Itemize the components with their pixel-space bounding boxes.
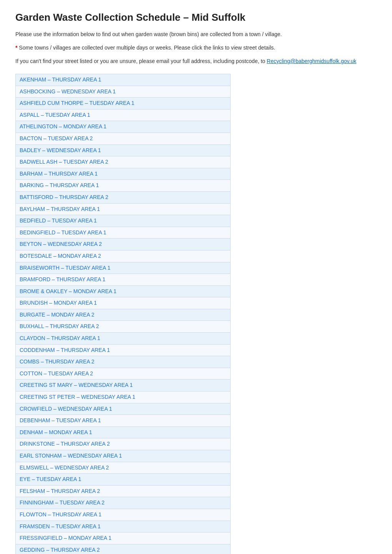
collection-entry[interactable]: DRINKSTONE – THURSDAY AREA 2 (16, 438, 231, 450)
collection-entry[interactable]: GEDDING – THURSDAY AREA 2 (16, 544, 231, 554)
table-row: CREETING ST PETER – WEDNESDAY AREA 1 (16, 391, 231, 403)
collection-entry[interactable]: BEYTON – WEDNESDAY AREA 2 (16, 239, 231, 250)
collection-entry[interactable]: BOTESDALE – MONDAY AREA 2 (16, 250, 231, 262)
collection-entry[interactable]: COTTON – TUESDAY AREA 2 (16, 368, 231, 380)
table-row: EARL STONHAM – WEDNESDAY AREA 1 (16, 450, 231, 462)
collection-entry[interactable]: BRAMFORD – THURSDAY AREA 1 (16, 274, 231, 286)
table-row: BOTESDALE – MONDAY AREA 2 (16, 250, 231, 262)
collection-entry[interactable]: BATTISFORD – THURSDAY AREA 2 (16, 191, 231, 203)
email-link[interactable]: Recycling@baberghmidsuffolk.gov.uk (267, 58, 356, 64)
collection-table: AKENHAM – THURSDAY AREA 1ASHBOCKING – WE… (15, 74, 231, 554)
table-row: CREETING ST MARY – WEDNESDAY AREA 1 (16, 380, 231, 391)
collection-entry[interactable]: FRESSINGFIELD – MONDAY AREA 1 (16, 532, 231, 544)
table-row: GEDDING – THURSDAY AREA 2 (16, 544, 231, 554)
table-row: BAYLHAM – THURSDAY AREA 1 (16, 203, 231, 215)
table-row: FELSHAM – THURSDAY AREA 2 (16, 485, 231, 497)
table-row: BRUNDISH – MONDAY AREA 1 (16, 297, 231, 309)
collection-entry[interactable]: AKENHAM – THURSDAY AREA 1 (16, 74, 231, 86)
collection-entry[interactable]: ATHELINGTON – MONDAY AREA 1 (16, 121, 231, 133)
collection-entry[interactable]: ASHFIELD CUM THORPE – TUESDAY AREA 1 (16, 98, 231, 109)
table-row: COTTON – TUESDAY AREA 2 (16, 368, 231, 380)
email-note-prefix: If you can't find your street listed or … (15, 58, 267, 64)
table-row: DEBENHAM – TUESDAY AREA 1 (16, 415, 231, 427)
table-row: ATHELINGTON – MONDAY AREA 1 (16, 121, 231, 133)
collection-entry[interactable]: CLAYDON – THURSDAY AREA 1 (16, 333, 231, 345)
table-row: AKENHAM – THURSDAY AREA 1 (16, 74, 231, 86)
table-row: DENHAM – MONDAY AREA 1 (16, 426, 231, 438)
table-row: BATTISFORD – THURSDAY AREA 2 (16, 191, 231, 203)
table-row: BEDFIELD – TUESDAY AREA 1 (16, 215, 231, 227)
table-row: FRAMSDEN – TUESDAY AREA 1 (16, 521, 231, 532)
table-row: BARHAM – THURSDAY AREA 1 (16, 168, 231, 180)
collection-entry[interactable]: ASPALL – TUESDAY AREA 1 (16, 109, 231, 121)
collection-entry[interactable]: CROWFIELD – WEDNESDAY AREA 1 (16, 403, 231, 415)
collection-entry[interactable]: BRUNDISH – MONDAY AREA 1 (16, 297, 231, 309)
table-row: BEYTON – WEDNESDAY AREA 2 (16, 239, 231, 250)
table-row: CROWFIELD – WEDNESDAY AREA 1 (16, 403, 231, 415)
collection-entry[interactable]: FINNINGHAM – TUESDAY AREA 2 (16, 497, 231, 509)
collection-entry[interactable]: BADWELL ASH – TUESDAY AREA 2 (16, 156, 231, 168)
collection-entry[interactable]: BUXHALL – THURSDAY AREA 2 (16, 321, 231, 333)
table-row: BADWELL ASH – TUESDAY AREA 2 (16, 156, 231, 168)
collection-entry[interactable]: EARL STONHAM – WEDNESDAY AREA 1 (16, 450, 231, 462)
collection-entry[interactable]: BRAISEWORTH – TUESDAY AREA 1 (16, 262, 231, 274)
table-row: BEDINGFIELD – TUESDAY AREA 1 (16, 227, 231, 239)
asterisk-note: * Some towns / villages are collected ov… (15, 44, 377, 52)
table-row: BUXHALL – THURSDAY AREA 2 (16, 321, 231, 333)
intro-paragraph: Please use the information below to find… (15, 30, 377, 38)
collection-entry[interactable]: BEDINGFIELD – TUESDAY AREA 1 (16, 227, 231, 239)
table-row: ASPALL – TUESDAY AREA 1 (16, 109, 231, 121)
asterisk-symbol: * (15, 45, 17, 51)
collection-entry[interactable]: DEBENHAM – TUESDAY AREA 1 (16, 415, 231, 427)
collection-entry[interactable]: BARHAM – THURSDAY AREA 1 (16, 168, 231, 180)
collection-entry[interactable]: CREETING ST MARY – WEDNESDAY AREA 1 (16, 380, 231, 391)
collection-entry[interactable]: EYE – TUESDAY AREA 1 (16, 474, 231, 486)
collection-entry[interactable]: BROME & OAKLEY – MONDAY AREA 1 (16, 285, 231, 297)
collection-entry[interactable]: BAYLHAM – THURSDAY AREA 1 (16, 203, 231, 215)
table-row: BACTON – TUESDAY AREA 2 (16, 133, 231, 144)
table-row: COMBS – THURSDAY AREA 2 (16, 356, 231, 368)
table-row: ASHBOCKING – WEDNESDAY AREA 1 (16, 86, 231, 98)
collection-entry[interactable]: CODDENHAM – THURSDAY AREA 1 (16, 344, 231, 356)
asterisk-note-text: Some towns / villages are collected over… (19, 45, 275, 51)
collection-entry[interactable]: FLOWTON – THURSDAY AREA 1 (16, 509, 231, 521)
collection-entry[interactable]: BARKING – THURSDAY AREA 1 (16, 180, 231, 192)
table-row: BURGATE – MONDAY AREA 2 (16, 309, 231, 321)
table-row: BRAMFORD – THURSDAY AREA 1 (16, 274, 231, 286)
collection-entry[interactable]: ELMSWELL – WEDNESDAY AREA 2 (16, 462, 231, 474)
collection-entry[interactable]: CREETING ST PETER – WEDNESDAY AREA 1 (16, 391, 231, 403)
collection-entry[interactable]: FRAMSDEN – TUESDAY AREA 1 (16, 521, 231, 532)
page-title: Garden Waste Collection Schedule – Mid S… (15, 12, 377, 23)
table-row: DRINKSTONE – THURSDAY AREA 2 (16, 438, 231, 450)
table-row: BARKING – THURSDAY AREA 1 (16, 180, 231, 192)
table-row: BADLEY – WEDNESDAY AREA 1 (16, 144, 231, 156)
table-row: BRAISEWORTH – TUESDAY AREA 1 (16, 262, 231, 274)
table-row: FLOWTON – THURSDAY AREA 1 (16, 509, 231, 521)
table-row: BROME & OAKLEY – MONDAY AREA 1 (16, 285, 231, 297)
email-note: If you can't find your street listed or … (15, 57, 377, 65)
table-row: ELMSWELL – WEDNESDAY AREA 2 (16, 462, 231, 474)
table-row: FINNINGHAM – TUESDAY AREA 2 (16, 497, 231, 509)
collection-entry[interactable]: BURGATE – MONDAY AREA 2 (16, 309, 231, 321)
collection-entry[interactable]: COMBS – THURSDAY AREA 2 (16, 356, 231, 368)
collection-entry[interactable]: FELSHAM – THURSDAY AREA 2 (16, 485, 231, 497)
table-row: ASHFIELD CUM THORPE – TUESDAY AREA 1 (16, 98, 231, 109)
collection-entry[interactable]: BEDFIELD – TUESDAY AREA 1 (16, 215, 231, 227)
collection-entry[interactable]: DENHAM – MONDAY AREA 1 (16, 426, 231, 438)
table-row: CODDENHAM – THURSDAY AREA 1 (16, 344, 231, 356)
table-row: FRESSINGFIELD – MONDAY AREA 1 (16, 532, 231, 544)
table-row: CLAYDON – THURSDAY AREA 1 (16, 333, 231, 345)
table-row: EYE – TUESDAY AREA 1 (16, 474, 231, 486)
collection-entry[interactable]: BADLEY – WEDNESDAY AREA 1 (16, 144, 231, 156)
collection-entry[interactable]: ASHBOCKING – WEDNESDAY AREA 1 (16, 86, 231, 98)
collection-entry[interactable]: BACTON – TUESDAY AREA 2 (16, 133, 231, 144)
